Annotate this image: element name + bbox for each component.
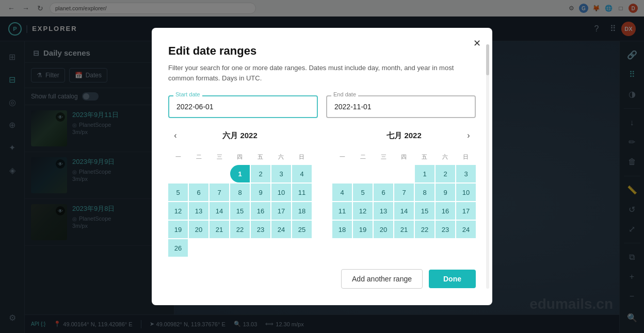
modal-title: Edit date ranges bbox=[168, 44, 476, 58]
cal-day-20[interactable]: 20 bbox=[189, 221, 208, 238]
cal-day-16[interactable]: 16 bbox=[251, 202, 270, 220]
end-date-label: End date bbox=[331, 91, 358, 97]
calendar-container: ‹ 六月 2022 一 二 三 四 五 六 日 bbox=[168, 128, 476, 257]
jul-cal-day-6[interactable]: 6 bbox=[374, 184, 393, 201]
cal-day-1[interactable]: 1 bbox=[230, 165, 250, 182]
next-month-button[interactable]: › bbox=[461, 128, 476, 143]
jul-cal-day-15[interactable]: 15 bbox=[415, 202, 434, 220]
calendar-june-header: ‹ 六月 2022 bbox=[168, 128, 312, 143]
jul-cal-day-13[interactable]: 13 bbox=[374, 202, 393, 220]
modal-subtitle: Filter your search for one or more date … bbox=[168, 63, 476, 83]
cal-day-11[interactable]: 11 bbox=[292, 184, 312, 201]
jul-cal-day-22[interactable]: 22 bbox=[415, 221, 434, 238]
cal-day-18[interactable]: 18 bbox=[292, 202, 312, 220]
start-date-field: Start date bbox=[168, 95, 318, 118]
cal-day-3[interactable]: 3 bbox=[271, 165, 291, 182]
jul-cal-day-12[interactable]: 12 bbox=[353, 202, 373, 220]
jul-cal-day-4[interactable]: 4 bbox=[332, 184, 352, 201]
scroll-track bbox=[486, 44, 489, 289]
prev-month-button[interactable]: ‹ bbox=[168, 128, 183, 143]
cal-day-6[interactable]: 6 bbox=[189, 184, 208, 201]
end-date-input[interactable] bbox=[326, 95, 476, 118]
add-range-button[interactable]: Add another range bbox=[341, 269, 423, 289]
calendar-july: 七月 2022 › 一 二 三 四 五 六 日 bbox=[332, 128, 476, 257]
modal-close-button[interactable]: ✕ bbox=[470, 36, 484, 51]
start-date-label: Start date bbox=[173, 91, 202, 97]
cal-day-8[interactable]: 8 bbox=[230, 184, 250, 201]
cal-day-17[interactable]: 17 bbox=[271, 202, 291, 220]
june-month-title: 六月 2022 bbox=[222, 131, 257, 141]
calendar-july-header: 七月 2022 › bbox=[332, 128, 476, 143]
cal-day-13[interactable]: 13 bbox=[189, 202, 208, 220]
cal-day-26[interactable]: 26 bbox=[168, 239, 188, 257]
cal-day-10[interactable]: 10 bbox=[271, 184, 291, 201]
modal-footer: Add another range Done bbox=[168, 269, 476, 289]
scroll-thumb[interactable] bbox=[486, 44, 489, 75]
cal-day-23[interactable]: 23 bbox=[251, 221, 270, 238]
july-month-title: 七月 2022 bbox=[387, 131, 422, 141]
modal-overlay: ✕ Edit date ranges Filter your search fo… bbox=[0, 0, 644, 333]
cal-day-19[interactable]: 19 bbox=[168, 221, 188, 238]
june-weekdays: 一 二 三 四 五 六 日 bbox=[168, 151, 312, 163]
jul-cal-day-23[interactable]: 23 bbox=[436, 221, 455, 238]
june-days: 1 2 3 4 5 6 7 8 9 10 11 12 13 14 15 bbox=[168, 165, 312, 257]
edit-date-ranges-modal: ✕ Edit date ranges Filter your search fo… bbox=[152, 28, 492, 305]
cal-day-12[interactable]: 12 bbox=[168, 202, 188, 220]
jul-cal-day-24[interactable]: 24 bbox=[456, 221, 476, 238]
cal-day-4[interactable]: 4 bbox=[292, 165, 312, 182]
jul-cal-day-21[interactable]: 21 bbox=[394, 221, 414, 238]
jul-cal-day-19[interactable]: 19 bbox=[353, 221, 373, 238]
jul-cal-day-8[interactable]: 8 bbox=[415, 184, 434, 201]
cal-day-7[interactable]: 7 bbox=[210, 184, 229, 201]
date-inputs-row: Start date End date bbox=[168, 95, 476, 118]
jul-cal-day-20[interactable]: 20 bbox=[374, 221, 393, 238]
cal-day-15[interactable]: 15 bbox=[230, 202, 250, 220]
jul-cal-day-3[interactable]: 3 bbox=[456, 165, 476, 182]
jul-cal-day-18[interactable]: 18 bbox=[332, 221, 352, 238]
cal-day-2[interactable]: 2 bbox=[251, 165, 270, 182]
july-weekdays: 一 二 三 四 五 六 日 bbox=[332, 151, 476, 163]
jul-cal-day-5[interactable]: 5 bbox=[353, 184, 373, 201]
done-button[interactable]: Done bbox=[429, 270, 476, 288]
start-date-input[interactable] bbox=[168, 95, 318, 118]
jul-cal-day-7[interactable]: 7 bbox=[394, 184, 414, 201]
july-days: 1 2 3 4 5 6 7 8 9 10 11 12 13 14 15 16 1 bbox=[332, 165, 476, 238]
jul-cal-day-16[interactable]: 16 bbox=[436, 202, 455, 220]
cal-day-21[interactable]: 21 bbox=[210, 221, 229, 238]
end-date-field: End date bbox=[326, 95, 476, 118]
jul-cal-day-17[interactable]: 17 bbox=[456, 202, 476, 220]
jul-cal-day-1[interactable]: 1 bbox=[415, 165, 434, 182]
cal-day-22[interactable]: 22 bbox=[230, 221, 250, 238]
cal-day-25[interactable]: 25 bbox=[292, 221, 312, 238]
jul-cal-day-11[interactable]: 11 bbox=[332, 202, 352, 220]
jul-cal-day-10[interactable]: 10 bbox=[456, 184, 476, 201]
jul-cal-day-2[interactable]: 2 bbox=[436, 165, 455, 182]
cal-day-24[interactable]: 24 bbox=[271, 221, 291, 238]
cal-day-9[interactable]: 9 bbox=[251, 184, 270, 201]
jul-cal-day-14[interactable]: 14 bbox=[394, 202, 414, 220]
jul-cal-day-9[interactable]: 9 bbox=[436, 184, 455, 201]
calendar-june: ‹ 六月 2022 一 二 三 四 五 六 日 bbox=[168, 128, 312, 257]
cal-day-14[interactable]: 14 bbox=[210, 202, 229, 220]
cal-day-5[interactable]: 5 bbox=[168, 184, 188, 201]
